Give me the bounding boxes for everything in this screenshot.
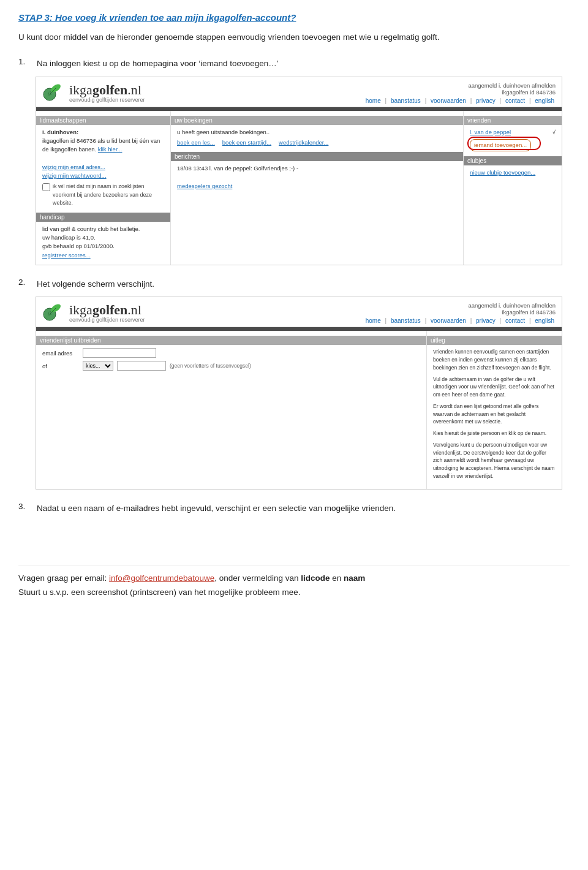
handicap-section: handicap lid van golf & country club het… (42, 213, 164, 260)
golf-logo-1: ikgagolfen.nl eenvoudig golftijden reser… (42, 81, 145, 104)
footer-email[interactable]: info@golfcentrumdebatouwe (109, 573, 214, 583)
of-label: of (42, 363, 79, 369)
nav-baanstatus-1[interactable]: baanstatus (391, 97, 421, 104)
iemand-toevoegen-btn[interactable]: iemand toevoegen... (470, 139, 531, 151)
vriendenlijst-col: vriendenlijst uitbreiden email adres of … (36, 331, 427, 488)
boekingen-links: boek een les... boek een starttijd... we… (177, 138, 457, 147)
footer-line2: Stuurt u s.v.p. een screenshot (printscr… (18, 586, 570, 600)
nav-home-1[interactable]: home (366, 97, 381, 104)
screenshot-1: ikgagolfen.nl eenvoudig golftijden reser… (36, 77, 562, 265)
boekingen-content: u heeft geen uitstaande boekingen.. boek… (177, 128, 457, 148)
step-2-content: Het volgende scherm verschijnt. (37, 278, 154, 291)
wijzig-email-link[interactable]: wijzig mijn email adres... (42, 163, 164, 172)
clubjes-section: clubjes nieuw clubje toevoegen... (470, 156, 556, 177)
lidmaatschappen-content: i. duinhoven: ikgagolfen id 846736 als u… (42, 128, 164, 208)
boek-starttijd-link[interactable]: boek een starttijd... (222, 138, 271, 147)
of-row: of kies... (geen voorletters of tussenvo… (42, 361, 420, 371)
nav-contact-2[interactable]: contact (505, 317, 525, 324)
uitleg-p2: Vul de achternaam in van de golfer die u… (433, 376, 556, 399)
bericht-message: 18/08 13:43 l. van de peppel: Golfvriend… (177, 165, 295, 172)
footer-text-before: Vragen graag per email: (18, 573, 109, 583)
footer-bold1: lidcode (301, 573, 330, 583)
email-row: email adres (42, 348, 420, 358)
svg-point-14 (48, 315, 49, 316)
uitleg-title: uitleg (427, 336, 562, 345)
logo-main-text: ikgagolfen.nl (69, 82, 145, 98)
step-3: 3. Nadat u een naam of e-mailadres hebt … (18, 502, 570, 515)
intro-text: U kunt door middel van de hieronder geno… (18, 31, 570, 44)
boekingen-title: uw boekingen (171, 116, 463, 125)
email-input[interactable] (83, 348, 156, 358)
berichten-content: 18/08 13:43 l. van de peppel: Golfvriend… (177, 164, 457, 191)
berichten-title: berichten (171, 152, 463, 161)
nav-privacy-1[interactable]: privacy (476, 97, 496, 104)
nav-voorwaarden-1[interactable]: voorwaarden (431, 97, 466, 104)
wedstrijd-link[interactable]: wedstrijdkalender... (279, 138, 328, 147)
golf-content-2: vriendenlijst uitbreiden email adres of … (36, 331, 562, 488)
lidmaatschappen-title: lidmaatschappen (36, 116, 170, 125)
vriendenlijst-title: vriendenlijst uitbreiden (36, 336, 426, 345)
svg-point-4 (48, 93, 48, 93)
nav-contact-1[interactable]: contact (505, 97, 525, 104)
nav-home-2[interactable]: home (366, 317, 381, 324)
logo-sub-text: eenvoudig golftijden reserverer (69, 97, 145, 103)
wijzig-wachtwoord-link[interactable]: wijzig mijn wachtwoord... (42, 172, 164, 180)
svg-point-13 (50, 312, 50, 312)
handicap-content: lid van golf & country club het balletje… (42, 225, 164, 260)
geslacht-select[interactable]: kies... (83, 361, 113, 371)
van-de-peppel-link[interactable]: l. van de peppel (470, 128, 511, 137)
footer: Vragen graag per email: info@golfcentrum… (18, 565, 570, 600)
form-hint: (geen voorletters of tussenvoegsel) (170, 363, 251, 369)
nav-english-2[interactable]: english (535, 317, 554, 324)
golf-content-1: lidmaatschappen i. duinhoven: ikgagolfen… (36, 111, 562, 265)
footer-line1: Vragen graag per email: info@golfcentrum… (18, 572, 570, 586)
handicap-value: uw handicap is 41,0. (42, 234, 96, 241)
golf-nav-right-1: aangemeld i. duinhoven afmelden ikgagolf… (364, 82, 556, 104)
vrienden-content: l. van de peppel √ iemand toevoegen... (470, 128, 556, 152)
no-bookings-text: u heeft geen uitstaande boekingen.. (177, 129, 270, 135)
nav-links-2[interactable]: home | baanstatus | voorwaarden | privac… (364, 317, 556, 324)
step-1-number: 1. (18, 57, 37, 70)
handicap-gvb: gvb behaald op 01/01/2000. (42, 243, 115, 249)
golf-nav-right-2: aangemeld i. duinhoven afmelden ikgagolf… (364, 302, 556, 324)
register-scores-link[interactable]: registreer scores... (42, 252, 91, 259)
nav-english-1[interactable]: english (535, 97, 554, 104)
uitleg-p1: Vrienden kunnen eenvoudig samen een star… (433, 348, 556, 371)
col-left-1: lidmaatschappen i. duinhoven: ikgagolfen… (36, 111, 171, 265)
svg-point-7 (50, 94, 51, 94)
account-info-1: aangemeld i. duinhoven afmelden ikgagolf… (364, 82, 556, 96)
svg-point-12 (48, 313, 48, 314)
step-2: 2. Het volgende scherm verschijnt. (18, 278, 570, 291)
boek-les-link[interactable]: boek een les... (177, 138, 215, 147)
step-1: 1. Na inloggen kiest u op de homepagina … (18, 57, 570, 70)
nav-links-1[interactable]: home | baanstatus | voorwaarden | privac… (364, 97, 556, 104)
logo-text-1: ikgagolfen.nl eenvoudig golftijden reser… (69, 82, 145, 103)
privacy-checkbox[interactable] (42, 183, 50, 191)
email-label: email adres (42, 350, 79, 357)
account-info-2: aangemeld i. duinhoven afmelden ikgagolf… (364, 302, 556, 316)
svg-point-15 (50, 314, 51, 315)
klik-hier-link[interactable]: klik hier... (98, 146, 123, 153)
nav-baanstatus-2[interactable]: baanstatus (391, 317, 421, 324)
checkmark: √ (552, 128, 556, 137)
nav-privacy-2[interactable]: privacy (476, 317, 496, 324)
logo-sub-text-2: eenvoudig golftijden reserverer (69, 317, 145, 323)
golf-logo-icon (42, 81, 66, 104)
iemand-toevoegen-container: iemand toevoegen... (470, 139, 531, 151)
golf-header-1: ikgagolfen.nl eenvoudig golftijden reser… (36, 77, 562, 107)
step-3-content: Nadat u een naam of e-mailadres hebt ing… (37, 502, 396, 515)
vrienden-title: vrienden (464, 116, 562, 125)
golf-logo-icon-2 (42, 301, 66, 324)
vrienden-row: l. van de peppel √ (470, 128, 556, 137)
achternaam-input[interactable] (117, 361, 166, 371)
nav-voorwaarden-2[interactable]: voorwaarden (431, 317, 466, 324)
screenshot-2: ikgagolfen.nl eenvoudig golftijden reser… (36, 297, 562, 489)
uitleg-p3: Er wordt dan een lijst getoond met alle … (433, 403, 556, 426)
footer-bold2: naam (344, 573, 365, 583)
col-right-1: vrienden l. van de peppel √ iemand toevo… (464, 111, 562, 265)
footer-text-after: , onder vermelding van (214, 573, 301, 583)
medespelers-link[interactable]: medespelers gezocht (177, 183, 232, 189)
step-3-number: 3. (18, 502, 37, 515)
nieuw-clubje-link[interactable]: nieuw clubje toevoegen... (470, 169, 535, 176)
svg-point-6 (48, 94, 49, 95)
